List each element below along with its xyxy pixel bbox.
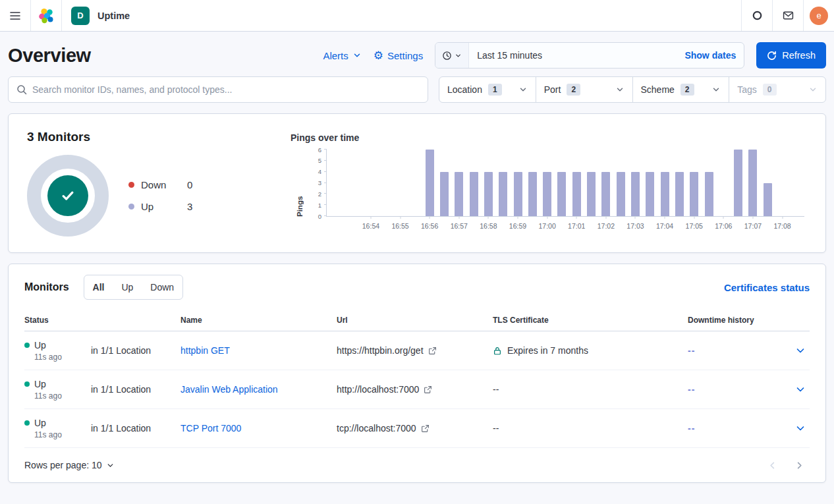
- ping-bar: [705, 172, 713, 216]
- filter-dropdown[interactable]: Location 1: [439, 77, 536, 102]
- expand-row-button[interactable]: [795, 423, 806, 434]
- filter-tab-down[interactable]: Down: [142, 275, 182, 299]
- filter-label: Tags: [737, 84, 757, 95]
- status-filter-tabs: AllUpDown: [84, 275, 184, 300]
- y-tick-label: 2: [318, 191, 321, 198]
- refresh-button[interactable]: Refresh: [756, 42, 826, 69]
- elastic-logo-icon: [38, 7, 55, 24]
- status-text: Up: [34, 340, 46, 350]
- filter-count-badge: 2: [567, 84, 580, 96]
- monitor-name-link[interactable]: httpbin GET: [181, 345, 230, 356]
- page-title: Overview: [8, 45, 91, 67]
- filter-tab-up[interactable]: Up: [113, 275, 142, 299]
- x-tick-label: 17:03: [626, 222, 644, 230]
- header-location: [91, 316, 181, 325]
- date-picker: Last 15 minutes Show dates: [435, 42, 744, 69]
- y-tick-label: 5: [318, 157, 321, 164]
- ping-bar: [617, 172, 625, 216]
- x-tick-label: 17:07: [744, 222, 762, 230]
- table-row: Up 11s ago in 1/1 Location Javalin Web A…: [24, 370, 810, 409]
- expand-row-button[interactable]: [795, 345, 806, 356]
- user-menu-button[interactable]: e: [803, 0, 834, 31]
- external-link-icon[interactable]: [428, 347, 437, 355]
- ping-bar: [661, 172, 669, 216]
- ping-bar: [426, 150, 434, 216]
- hamburger-icon: [10, 11, 20, 21]
- external-link-icon[interactable]: [424, 385, 432, 394]
- chevron-down-icon: [795, 345, 806, 356]
- ping-bar: [455, 172, 463, 216]
- app-title: Uptime: [97, 11, 130, 21]
- filter-tab-all[interactable]: All: [84, 275, 113, 299]
- ping-bar: [499, 172, 507, 216]
- external-link-icon[interactable]: [421, 424, 430, 433]
- menu-button[interactable]: [0, 0, 31, 31]
- x-tick-label: 16:57: [451, 222, 468, 230]
- elastic-home-button[interactable]: [31, 0, 62, 31]
- ping-bar: [587, 172, 596, 216]
- date-range-value[interactable]: Last 15 minutes: [469, 50, 677, 61]
- search-input[interactable]: [32, 84, 420, 95]
- chevron-left-icon: [767, 461, 777, 470]
- status-dot: [24, 381, 30, 387]
- y-tick-label: 4: [318, 169, 321, 175]
- rows-per-page-button[interactable]: Rows per page: 10: [24, 460, 115, 470]
- table-header: Status Name Url TLS Certificate Downtime…: [24, 309, 810, 331]
- monitor-name-link[interactable]: Javalin Web Application: [181, 384, 278, 395]
- check-icon: [58, 186, 78, 206]
- y-tick-label: 6: [318, 146, 321, 153]
- monitor-name-link[interactable]: TCP Port 7000: [181, 423, 241, 434]
- tls-expiry-text: Expires in 7 months: [507, 345, 588, 356]
- chevron-down-icon: [795, 423, 806, 434]
- status-text: Up: [34, 379, 46, 389]
- chevron-right-icon: [794, 461, 804, 470]
- ping-bar: [557, 172, 566, 216]
- ping-bar: [748, 150, 757, 216]
- filter-dropdown[interactable]: Tags 0: [729, 77, 825, 102]
- chart-title: Pings over time: [291, 132, 810, 143]
- x-tick-label: 17:01: [568, 222, 585, 230]
- monitor-url: tcp://localhost:7000: [337, 423, 416, 434]
- header-downtime: Downtime history: [688, 316, 777, 325]
- settings-link[interactable]: ⚙ Settings: [374, 50, 423, 61]
- status-text: Up: [34, 418, 46, 428]
- previous-page-button[interactable]: [767, 461, 777, 470]
- filter-dropdown[interactable]: Port 2: [536, 77, 632, 102]
- table-body: Up 11s ago in 1/1 Location httpbin GET h…: [24, 331, 810, 448]
- deployment-button[interactable]: [741, 0, 772, 31]
- uptime-overview-page: Overview Alerts ⚙ Settings Last 15 minut…: [0, 32, 834, 504]
- x-tick-label: 16:59: [509, 222, 526, 230]
- y-tick-label: 3: [318, 180, 321, 186]
- header-tls: TLS Certificate: [493, 316, 688, 325]
- certificates-status-link[interactable]: Certificates status: [724, 282, 810, 293]
- ping-bar: [646, 172, 654, 216]
- next-page-button[interactable]: [794, 461, 804, 470]
- status-legend: Down 0 Up 3: [128, 179, 192, 212]
- top-bar: D Uptime e: [0, 0, 834, 32]
- legend-dot: [128, 182, 134, 188]
- chevron-down-icon: [615, 85, 625, 94]
- pagination: [767, 461, 810, 470]
- user-avatar: e: [810, 7, 828, 25]
- monitors-count-title: 3 Monitors: [27, 130, 291, 144]
- show-dates-button[interactable]: Show dates: [677, 50, 744, 61]
- pings-plot: 012345616:5416:5516:5616:5716:5816:5917:…: [326, 150, 804, 217]
- search-icon: [16, 84, 27, 95]
- monitors-table: Status Name Url TLS Certificate Downtime…: [24, 309, 810, 448]
- x-tick-label: 16:58: [480, 222, 497, 230]
- space-avatar[interactable]: D: [71, 7, 90, 25]
- all-up-check-badge: [47, 175, 88, 216]
- quick-select-button[interactable]: [435, 43, 469, 68]
- newsfeed-button[interactable]: [772, 0, 803, 31]
- filter-bar: Location 1 Port 2 Scheme 2 Tags 0: [0, 76, 834, 113]
- mail-icon: [783, 10, 794, 21]
- search-box: [8, 76, 428, 103]
- alerts-dropdown[interactable]: Alerts: [323, 50, 361, 61]
- downtime-history: --: [688, 384, 777, 395]
- ping-bar: [675, 172, 684, 216]
- filter-dropdown[interactable]: Scheme 2: [632, 77, 729, 102]
- ping-bar: [631, 172, 640, 216]
- ping-bar: [528, 172, 537, 216]
- expand-row-button[interactable]: [795, 384, 806, 395]
- legend-item: Down 0: [128, 179, 192, 190]
